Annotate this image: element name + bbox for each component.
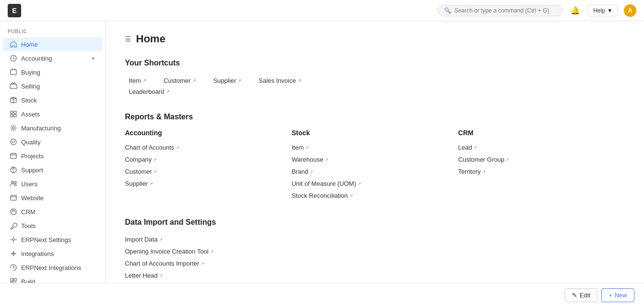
sidebar-item-buying[interactable]: Buying: [3, 65, 102, 79]
svg-rect-19: [14, 279, 16, 281]
avatar[interactable]: A: [624, 4, 636, 17]
shortcut-item[interactable]: Customer ↗: [160, 75, 199, 86]
sidebar-item-projects[interactable]: Projects: [3, 149, 102, 163]
report-link[interactable]: Territory↗: [458, 166, 625, 177]
report-link[interactable]: Chart of Accounts Importer↗: [125, 258, 625, 269]
sidebar-item-home[interactable]: Home: [3, 38, 102, 51]
shortcuts-row-2: Leaderboard ↗: [125, 86, 625, 97]
sidebar-item-label: CRM: [21, 208, 96, 216]
shortcut-item[interactable]: Sales Invoice ↗: [255, 75, 305, 86]
chevron-down-icon: ▼: [607, 7, 613, 14]
sidebar-item-accounting[interactable]: Accounting ▼: [3, 51, 102, 65]
sidebar-item-integrations[interactable]: Integrations: [3, 247, 102, 260]
hamburger-icon[interactable]: ☰: [125, 35, 131, 43]
sidebar-item-label: Projects: [21, 153, 96, 160]
reports-col-stock: Stock Item↗ Warehouse↗ Brand↗ Unit of Me…: [292, 129, 458, 203]
sidebar-item-stock[interactable]: Stock: [3, 93, 102, 107]
sidebar-item-crm[interactable]: CRM: [3, 205, 102, 218]
external-link-icon: ↗: [166, 89, 170, 94]
svg-point-13: [14, 181, 16, 183]
sidebar-item-label: Assets: [21, 111, 96, 118]
shortcut-item[interactable]: Supplier ↗: [210, 75, 246, 86]
report-link[interactable]: Company↗: [125, 154, 292, 165]
svg-point-7: [12, 127, 14, 129]
external-link-icon: ↗: [325, 157, 329, 162]
sidebar: PUBLIC Home Accounting ▼ Buying: [0, 21, 106, 283]
sidebar-item-support[interactable]: Support: [3, 163, 102, 177]
report-link[interactable]: Brand↗: [292, 166, 458, 177]
svg-rect-20: [11, 282, 13, 283]
shortcut-label: Sales Invoice: [259, 77, 296, 84]
quality-icon: [10, 138, 17, 146]
data-import-section: Data Import and Settings Import Data↗ Op…: [125, 218, 625, 283]
help-button[interactable]: Help ▼: [588, 5, 618, 16]
help-label: Help: [593, 7, 605, 14]
report-link[interactable]: Letter Head↗: [125, 270, 625, 281]
sidebar-item-website[interactable]: Website: [3, 191, 102, 205]
new-button[interactable]: + New: [601, 288, 634, 302]
assets-icon: [10, 110, 17, 118]
shortcut-item[interactable]: Item ↗: [125, 75, 150, 86]
reports-col-title: Accounting: [125, 129, 292, 137]
reports-col-title: Stock: [292, 129, 458, 137]
shortcut-item[interactable]: Leaderboard ↗: [125, 86, 173, 97]
reports-col-crm: CRM Lead↗ Customer Group↗ Territory↗: [458, 129, 625, 203]
sidebar-item-label: ERPNext Settings: [21, 236, 96, 243]
sidebar-item-assets[interactable]: Assets: [3, 107, 102, 121]
sidebar-item-manufacturing[interactable]: Manufacturing: [3, 121, 102, 135]
search-icon: 🔍: [444, 7, 451, 14]
chevron-down-icon: ▼: [91, 56, 96, 61]
shortcut-label: Leaderboard: [129, 88, 164, 95]
svg-rect-3: [11, 111, 13, 114]
external-link-icon: ↗: [153, 157, 157, 162]
svg-point-15: [11, 209, 16, 215]
external-link-icon: ↗: [192, 78, 196, 83]
svg-rect-6: [14, 115, 16, 117]
home-icon: [10, 40, 17, 48]
sidebar-item-tools[interactable]: Tools: [3, 219, 102, 232]
external-link-icon: ↗: [237, 78, 241, 83]
report-link[interactable]: Chart of Accounts↗: [125, 142, 292, 153]
sidebar-item-selling[interactable]: Selling: [3, 79, 102, 93]
report-link[interactable]: Customer↗: [125, 166, 292, 177]
sidebar-item-users[interactable]: Users: [3, 177, 102, 191]
report-link[interactable]: Unit of Measure (UOM)↗: [292, 179, 458, 189]
report-link[interactable]: Import Data↗: [125, 234, 625, 244]
svg-rect-4: [14, 111, 16, 114]
report-link[interactable]: Stock Reconciliation↗: [292, 191, 458, 201]
page-header: ☰ Home: [125, 33, 625, 45]
projects-icon: [10, 152, 17, 160]
report-link[interactable]: Opening Invoice Creation Tool↗: [125, 246, 625, 256]
sidebar-item-label: Tools: [21, 222, 96, 230]
navbar-left: E: [8, 4, 21, 17]
svg-point-16: [12, 239, 14, 241]
svg-rect-2: [10, 84, 17, 89]
report-link[interactable]: Warehouse↗: [292, 154, 458, 165]
external-link-icon: ↗: [305, 145, 309, 150]
external-link-icon: ↗: [358, 181, 361, 186]
shortcut-label: Supplier: [213, 77, 236, 84]
sidebar-item-label: Home: [21, 41, 96, 48]
reports-col-title: CRM: [458, 129, 625, 137]
report-link[interactable]: Supplier↗: [125, 179, 292, 189]
report-link[interactable]: Customer Group↗: [458, 154, 625, 165]
sidebar-item-build[interactable]: Build: [3, 275, 102, 283]
edit-button[interactable]: ✎ Edit: [565, 288, 597, 302]
app-logo[interactable]: E: [8, 4, 21, 17]
reports-title: Reports & Masters: [125, 113, 625, 121]
report-link[interactable]: Lead↗: [458, 142, 625, 153]
sidebar-item-label: Website: [21, 194, 96, 202]
external-link-icon: ↗: [142, 78, 146, 83]
sidebar-item-erpnext-integrations[interactable]: ERPNext Integrations: [3, 261, 102, 274]
report-link[interactable]: Item↗: [292, 142, 458, 153]
sidebar-item-quality[interactable]: Quality: [3, 135, 102, 149]
sidebar-item-label: Stock: [21, 97, 96, 104]
shortcuts-row: Item ↗ Customer ↗ Supplier ↗ Sales Invoi…: [125, 75, 625, 86]
search-input[interactable]: [454, 7, 557, 14]
notification-bell-button[interactable]: 🔔: [569, 4, 582, 17]
manufacturing-icon: [10, 124, 17, 132]
sidebar-item-label: ERPNext Integrations: [21, 264, 96, 271]
shortcuts-section: Your Shortcuts Item ↗ Customer ↗ Supplie…: [125, 59, 625, 97]
sidebar-item-label: Buying: [21, 69, 96, 76]
sidebar-item-erpnext-settings[interactable]: ERPNext Settings: [3, 233, 102, 246]
